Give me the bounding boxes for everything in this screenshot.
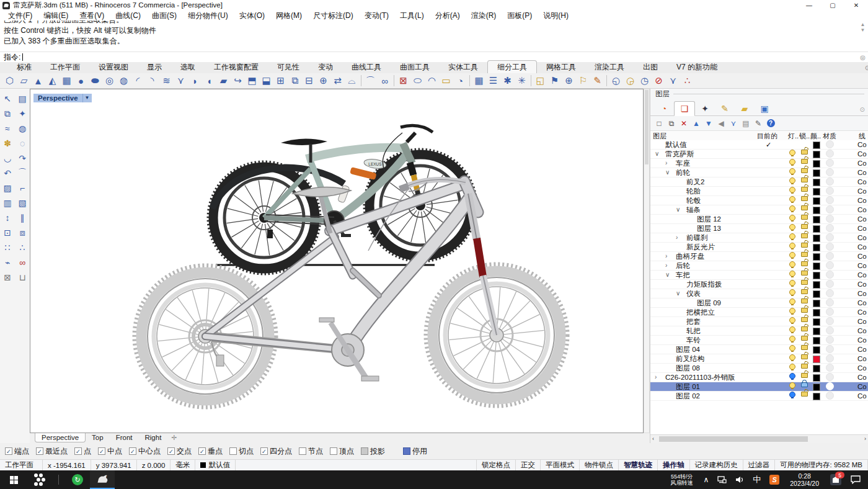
- layer-name[interactable]: 车铃: [686, 336, 701, 344]
- layer-name[interactable]: 新反光片: [686, 243, 715, 251]
- add-view-icon[interactable]: ✛: [167, 433, 180, 442]
- layer-row-车座[interactable]: ›车座Co: [650, 159, 868, 168]
- toolbar-tab-渲染工具[interactable]: 渲染工具: [585, 61, 634, 73]
- layer-linetype[interactable]: Co: [857, 298, 867, 307]
- menu-item-网格(M)[interactable]: 网格(M): [270, 11, 308, 21]
- layer-lock-icon[interactable]: [801, 168, 808, 173]
- layer-lock-icon[interactable]: [801, 233, 808, 238]
- layer-on-bulb-icon[interactable]: [789, 243, 795, 249]
- osnap-端点[interactable]: ✓端点: [5, 446, 29, 457]
- layer-row-轧把[interactable]: 轧把Co: [650, 326, 868, 336]
- layer-row-曲柄牙盘[interactable]: ›曲柄牙盘Co: [650, 252, 868, 261]
- toolbar-tab-选取[interactable]: 选取: [171, 61, 205, 73]
- osnap-中心点[interactable]: ✓中心点: [129, 446, 161, 457]
- waves-icon[interactable]: ≈: [0, 121, 15, 136]
- subd-flag-b-icon[interactable]: ⚐: [576, 74, 590, 87]
- layer-name[interactable]: C26-20211103-外销版: [665, 373, 735, 382]
- layers-stack-icon[interactable]: ⧉: [0, 106, 15, 121]
- status-工作平面[interactable]: 工作平面: [0, 460, 43, 470]
- render-tab[interactable]: ✦: [695, 102, 715, 115]
- help-tab[interactable]: ▣: [755, 102, 774, 115]
- menu-item-工具(L)[interactable]: 工具(L): [394, 11, 430, 21]
- notebook-icon[interactable]: ▤: [15, 91, 30, 106]
- folder-tab[interactable]: ▰: [735, 102, 755, 115]
- layer-lock-icon[interactable]: [801, 271, 808, 276]
- subd-globe-icon[interactable]: ⊕: [562, 74, 576, 87]
- layer-lock-icon[interactable]: [801, 289, 808, 294]
- layer-name[interactable]: 雷克萨斯: [665, 150, 694, 158]
- layer-linetype[interactable]: Co: [857, 354, 867, 363]
- subd-corner-smooth-icon[interactable]: ◶: [623, 74, 637, 87]
- subd-sheet-icon[interactable]: ▭: [439, 74, 453, 87]
- layer-on-bulb-icon[interactable]: [789, 289, 795, 295]
- subd-spheres-icon[interactable]: ✳: [515, 74, 529, 87]
- layer-lock-icon[interactable]: [801, 196, 808, 201]
- status-y 3973.941[interactable]: y 3973.941: [91, 460, 137, 470]
- osnap-checkbox[interactable]: ✓: [5, 447, 12, 455]
- layer-row-图层 08[interactable]: 图层 08Co: [650, 364, 868, 373]
- layer-color-swatch[interactable]: [813, 141, 820, 149]
- subd-stitch-icon[interactable]: ∞: [378, 74, 392, 87]
- lock-icon[interactable]: ⊠: [0, 270, 15, 285]
- layer-lock-icon[interactable]: [801, 373, 808, 378]
- menu-item-变动(T)[interactable]: 变动(T): [359, 11, 394, 21]
- layer-lock-icon[interactable]: [801, 317, 808, 322]
- layer-linetype[interactable]: Co: [857, 345, 867, 354]
- layer-material-icon[interactable]: [826, 280, 834, 288]
- column-linetype[interactable]: 线: [859, 132, 866, 141]
- expand-icon[interactable]: ›: [655, 373, 657, 382]
- layer-name[interactable]: 前叉结构: [676, 354, 704, 363]
- subd-grid-sphere-icon[interactable]: ⊕: [316, 74, 330, 87]
- layer-linetype[interactable]: Co: [857, 326, 867, 335]
- hook-icon[interactable]: ↷: [15, 151, 30, 166]
- layer-on-bulb-icon[interactable]: [789, 150, 795, 156]
- osnap-checkbox[interactable]: ✓: [167, 447, 175, 455]
- sogou-input-icon[interactable]: S: [769, 475, 779, 485]
- layer-lock-icon[interactable]: [801, 224, 808, 229]
- layer-on-bulb-icon[interactable]: [789, 271, 795, 277]
- new-layer-icon[interactable]: □: [653, 118, 665, 129]
- display-tab[interactable]: ◔: [654, 102, 674, 115]
- layer-color-swatch[interactable]: [813, 374, 820, 382]
- layer-row-力矩版指拨[interactable]: 力矩版指拨Co: [650, 280, 868, 289]
- layer-linetype[interactable]: Co: [857, 243, 867, 251]
- delete-layer-icon[interactable]: ✕: [678, 118, 690, 129]
- move-up-icon[interactable]: ▲: [690, 118, 702, 129]
- layer-linetype[interactable]: Co: [857, 317, 867, 326]
- layer-material-icon[interactable]: [826, 336, 834, 344]
- grid-dots-icon[interactable]: ∷: [0, 240, 15, 255]
- menu-item-查看(V)[interactable]: 查看(V): [74, 11, 110, 21]
- layer-name[interactable]: 把横把立: [686, 308, 715, 316]
- subd-list-icon[interactable]: ☰: [486, 74, 500, 87]
- layer-linetype[interactable]: Co: [857, 187, 867, 195]
- expand-icon[interactable]: ›: [665, 261, 667, 270]
- layer-name[interactable]: 前碟刹: [686, 233, 708, 242]
- layer-color-swatch[interactable]: [813, 318, 820, 326]
- layer-lock-icon[interactable]: [801, 215, 808, 220]
- layer-material-icon[interactable]: [826, 233, 834, 241]
- viewport-vertical-scrollbar[interactable]: [644, 89, 650, 433]
- tray-chevron-icon[interactable]: ∧: [703, 475, 709, 484]
- layer-row-前叉结构[interactable]: 前叉结构Co: [650, 354, 868, 364]
- toolbar-tab-曲面工具[interactable]: 曲面工具: [391, 61, 439, 73]
- layer-lock-icon[interactable]: [801, 364, 808, 369]
- chevron-down-icon[interactable]: ▼: [82, 94, 92, 102]
- layer-name[interactable]: 曲柄牙盘: [676, 252, 704, 261]
- layer-material-icon[interactable]: [826, 215, 834, 223]
- status-锁定格点[interactable]: 锁定格点: [477, 460, 516, 470]
- status-默认值[interactable]: 默认值: [195, 460, 236, 470]
- fan-app-icon[interactable]: [27, 470, 52, 489]
- slant-icon[interactable]: ∥: [15, 210, 30, 225]
- clock[interactable]: 0:28 2023/4/20: [790, 472, 819, 487]
- gear-icon[interactable]: ⊙: [860, 106, 865, 113]
- osnap-四分点[interactable]: ✓四分点: [260, 446, 292, 457]
- toolbar-tab-出图[interactable]: 出图: [634, 61, 667, 73]
- layer-on-bulb-icon[interactable]: [789, 205, 795, 212]
- menu-item-实体(O)[interactable]: 实体(O): [234, 11, 270, 21]
- subd-sweep-icon[interactable]: ↪: [231, 74, 245, 87]
- report-icon[interactable]: ▤: [740, 118, 752, 129]
- layer-row-C26-20211103-外销版[interactable]: ›C26-20211103-外销版Co: [650, 373, 868, 382]
- layer-material-icon[interactable]: [826, 168, 834, 176]
- layer-name[interactable]: 图层 04: [676, 345, 700, 354]
- fan-speed-readout[interactable]: 554转/分 风扇转速: [670, 473, 693, 486]
